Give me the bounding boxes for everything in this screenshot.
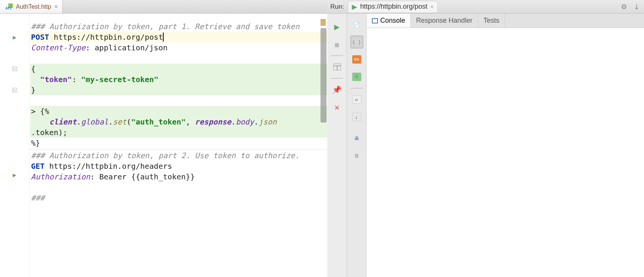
- header-name: Content-Type: [31, 43, 86, 52]
- file-tab-label: AuthTest.http: [16, 3, 51, 10]
- tab-console[interactable]: Console: [367, 14, 411, 28]
- run-header: Run: ▶ https://httpbin.org/post × ⚙ ⤓: [327, 0, 644, 14]
- http-method: POST: [31, 33, 49, 42]
- tab-label: Response Handler: [416, 17, 472, 25]
- run-gutter-icon[interactable]: ▶: [13, 171, 17, 179]
- run-body: ▶ ■ 📌 ✕ 📄 { } <> H ⇄ ⇣ 🖶 🗑 Console: [327, 14, 644, 277]
- json-key: "token": [40, 75, 72, 84]
- editor-pane: API AuthTest.http × ▶ − − ▶ ### Authoriz: [0, 0, 327, 277]
- xml-view-button[interactable]: <>: [350, 53, 363, 66]
- api-file-icon: API: [5, 3, 13, 10]
- code-comment: ### Authorization by token, part 1. Retr…: [31, 22, 299, 31]
- download-icon[interactable]: ⤓: [632, 3, 641, 11]
- run-inner-tabs: Console Response Handler Tests: [367, 14, 644, 28]
- fold-open-icon[interactable]: −: [12, 67, 17, 71]
- header-name: Authorization: [31, 172, 90, 181]
- handler-body: .token);: [31, 128, 67, 137]
- tab-tests[interactable]: Tests: [478, 14, 505, 28]
- close-button[interactable]: ✕: [331, 101, 344, 114]
- request-divider: [30, 149, 327, 149]
- json-view-button[interactable]: { }: [350, 36, 363, 48]
- text-view-button[interactable]: 📄: [350, 18, 363, 31]
- run-config-label: https://httpbin.org/post: [360, 3, 427, 11]
- close-tab-icon[interactable]: ×: [54, 3, 57, 10]
- request-separator: ###: [31, 193, 45, 202]
- code-comment: ### Authorization by token, part 2. Use …: [31, 151, 299, 160]
- json-brace: {: [31, 64, 36, 73]
- clear-button[interactable]: 🗑: [350, 149, 363, 162]
- tab-label: Console: [380, 17, 405, 25]
- html-view-button[interactable]: H: [350, 70, 363, 83]
- tab-response-handler[interactable]: Response Handler: [411, 14, 478, 28]
- editor-gutter: ▶ − − ▶: [0, 14, 29, 277]
- run-config-tab[interactable]: ▶ https://httpbin.org/post ×: [348, 1, 438, 13]
- gear-icon[interactable]: ⚙: [619, 3, 629, 11]
- output-format-toolbar: 📄 { } <> H ⇄ ⇣ 🖶 🗑: [347, 14, 367, 277]
- play-icon: ▶: [352, 3, 357, 11]
- run-label: Run:: [330, 3, 344, 11]
- soft-wrap-button[interactable]: ⇄: [350, 93, 363, 106]
- pin-button[interactable]: 📌: [331, 83, 344, 96]
- editor-body: ▶ − − ▶ ### Authorization by token, part…: [0, 14, 327, 277]
- close-run-tab-icon[interactable]: ×: [430, 4, 433, 10]
- run-action-toolbar: ▶ ■ 📌 ✕: [327, 14, 347, 277]
- json-value: "my-secret-token": [81, 75, 158, 84]
- handler-open: > {%: [31, 107, 49, 116]
- run-gutter-icon[interactable]: ▶: [13, 34, 17, 41]
- console-output[interactable]: [367, 28, 644, 277]
- run-content: Console Response Handler Tests: [367, 14, 644, 277]
- code-editor[interactable]: ### Authorization by token, part 1. Retr…: [29, 14, 327, 277]
- fold-close-icon[interactable]: −: [12, 88, 17, 92]
- request-url: https://httpbin.org/headers: [45, 162, 172, 171]
- file-tab[interactable]: API AuthTest.http ×: [0, 0, 63, 13]
- console-icon: [372, 18, 378, 23]
- tab-label: Tests: [483, 17, 499, 25]
- header-value: : Bearer {{auth_token}}: [90, 172, 195, 181]
- print-button[interactable]: 🖶: [350, 132, 363, 145]
- handler-close: %}: [31, 138, 40, 148]
- scrollbar-thumb[interactable]: [320, 28, 327, 123]
- layout-button[interactable]: [331, 61, 344, 73]
- header-value: : application/json: [86, 43, 168, 52]
- editor-tab-bar: API AuthTest.http ×: [0, 0, 327, 14]
- run-tool-window: Run: ▶ https://httpbin.org/post × ⚙ ⤓ ▶ …: [327, 0, 644, 277]
- stop-button[interactable]: ■: [331, 38, 344, 51]
- rerun-button[interactable]: ▶: [331, 20, 344, 33]
- json-brace: }: [31, 86, 36, 95]
- scroll-to-end-button[interactable]: ⇣: [350, 110, 363, 123]
- marker-stripe: [320, 19, 326, 26]
- http-method: GET: [31, 162, 45, 171]
- request-url: https://httpbin.org/post: [49, 33, 164, 42]
